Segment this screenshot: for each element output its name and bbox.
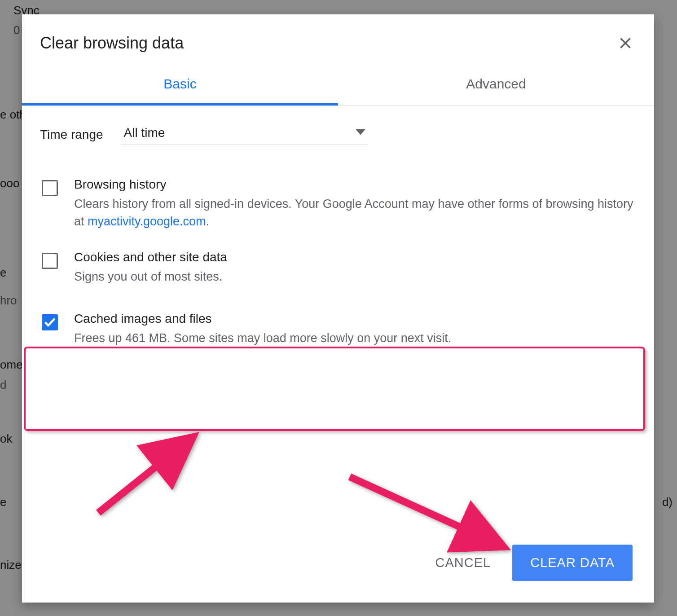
option-text: Cookies and other site data Signs you ou… [74,250,636,286]
desc-suffix: . [206,215,210,228]
option-text: Browsing history Clears history from all… [74,177,636,230]
close-button[interactable] [615,32,636,54]
chevron-down-icon [356,129,365,137]
svg-line-3 [350,477,498,544]
time-range-row: Time range All time [40,124,636,145]
close-icon [617,35,633,51]
option-browsing-history: Browsing history Clears history from all… [40,170,636,243]
checkbox-cookies[interactable] [42,253,58,269]
myactivity-link[interactable]: myactivity.google.com [88,215,206,228]
svg-line-2 [98,441,188,513]
tab-advanced[interactable]: Advanced [338,65,654,106]
annotation-arrow-1 [85,427,220,526]
dialog-content: Time range All time Browsing history Cle… [22,106,654,360]
checkmark-icon [44,316,56,329]
clear-data-button[interactable]: CLEAR DATA [512,545,633,581]
option-title: Cookies and other site data [74,250,636,264]
time-range-label: Time range [40,128,103,142]
option-cached: Cached images and files Frees up 461 MB.… [40,298,636,360]
tabs: Basic Advanced [22,65,654,106]
dialog-header: Clear browsing data [22,14,654,65]
option-title: Browsing history [74,177,636,192]
option-cookies: Cookies and other site data Signs you ou… [40,243,636,298]
dialog-footer: CANCEL CLEAR DATA [435,545,633,581]
option-description: Frees up 461 MB. Some sites may load mor… [74,330,636,347]
option-text: Cached images and files Frees up 461 MB.… [74,312,636,347]
checkbox-cached[interactable] [42,314,58,330]
checkbox-browsing-history[interactable] [42,180,58,196]
cancel-button[interactable]: CANCEL [435,555,491,570]
option-description: Signs you out of most sites. [74,268,636,286]
option-title: Cached images and files [74,312,636,326]
time-range-select[interactable]: All time [121,124,368,145]
option-description: Clears history from all signed-in device… [74,195,636,230]
dialog-title: Clear browsing data [40,34,184,53]
clear-browsing-data-dialog: Clear browsing data Basic Advanced Time … [22,14,654,603]
tab-basic[interactable]: Basic [22,65,338,106]
time-range-value: All time [124,126,165,140]
